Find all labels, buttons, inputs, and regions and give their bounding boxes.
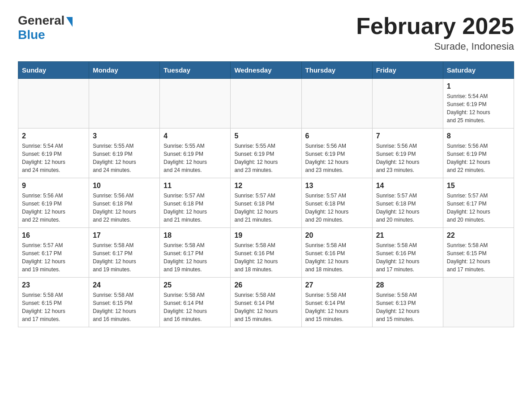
calendar-cell: 16Sunrise: 5:57 AM Sunset: 6:17 PM Dayli… (18, 228, 89, 278)
day-info: Sunrise: 5:58 AM Sunset: 6:15 PM Dayligh… (22, 291, 85, 323)
calendar-cell (301, 79, 372, 128)
calendar-header-thursday: Thursday (301, 62, 372, 79)
day-number: 13 (305, 182, 369, 190)
page-title: February 2025 (356, 13, 514, 39)
calendar-cell (443, 278, 514, 327)
calendar-cell: 4Sunrise: 5:55 AM Sunset: 6:19 PM Daylig… (160, 128, 231, 178)
day-info: Sunrise: 5:55 AM Sunset: 6:19 PM Dayligh… (93, 142, 156, 174)
day-number: 14 (376, 182, 439, 190)
day-info: Sunrise: 5:57 AM Sunset: 6:17 PM Dayligh… (22, 241, 85, 274)
day-info: Sunrise: 5:55 AM Sunset: 6:19 PM Dayligh… (163, 142, 227, 174)
calendar-cell: 12Sunrise: 5:57 AM Sunset: 6:18 PM Dayli… (231, 178, 301, 228)
day-info: Sunrise: 5:58 AM Sunset: 6:13 PM Dayligh… (376, 291, 439, 323)
day-info: Sunrise: 5:58 AM Sunset: 6:15 PM Dayligh… (447, 241, 510, 274)
calendar-header-friday: Friday (372, 62, 443, 79)
logo-blue-text: Blue (18, 28, 45, 42)
day-number: 25 (163, 281, 227, 289)
title-block: February 2025 Surade, Indonesia (356, 13, 514, 52)
day-info: Sunrise: 5:58 AM Sunset: 6:17 PM Dayligh… (93, 241, 156, 274)
day-info: Sunrise: 5:58 AM Sunset: 6:16 PM Dayligh… (305, 241, 369, 274)
calendar-cell (160, 79, 231, 128)
day-info: Sunrise: 5:57 AM Sunset: 6:17 PM Dayligh… (447, 192, 510, 224)
day-info: Sunrise: 5:57 AM Sunset: 6:18 PM Dayligh… (376, 192, 439, 224)
calendar-cell: 11Sunrise: 5:57 AM Sunset: 6:18 PM Dayli… (160, 178, 231, 228)
calendar-header-tuesday: Tuesday (160, 62, 231, 79)
day-number: 8 (447, 132, 510, 140)
day-number: 23 (22, 281, 85, 289)
day-number: 18 (163, 231, 227, 240)
calendar-week-row: 9Sunrise: 5:56 AM Sunset: 6:19 PM Daylig… (18, 178, 514, 228)
day-number: 26 (234, 281, 297, 289)
day-number: 21 (376, 231, 439, 240)
day-number: 6 (305, 132, 369, 140)
day-number: 12 (234, 182, 297, 190)
calendar-week-row: 1Sunrise: 5:54 AM Sunset: 6:19 PM Daylig… (18, 79, 514, 128)
calendar-cell: 8Sunrise: 5:56 AM Sunset: 6:19 PM Daylig… (443, 128, 514, 178)
calendar-table: SundayMondayTuesdayWednesdayThursdayFrid… (18, 61, 514, 327)
day-info: Sunrise: 5:55 AM Sunset: 6:19 PM Dayligh… (234, 142, 297, 174)
day-info: Sunrise: 5:58 AM Sunset: 6:15 PM Dayligh… (93, 291, 156, 323)
day-number: 2 (22, 132, 85, 140)
calendar-week-row: 16Sunrise: 5:57 AM Sunset: 6:17 PM Dayli… (18, 228, 514, 278)
calendar-cell: 26Sunrise: 5:58 AM Sunset: 6:14 PM Dayli… (231, 278, 301, 327)
calendar-cell: 28Sunrise: 5:58 AM Sunset: 6:13 PM Dayli… (372, 278, 443, 327)
logo: General Blue (18, 13, 73, 42)
calendar-cell: 18Sunrise: 5:58 AM Sunset: 6:17 PM Dayli… (160, 228, 231, 278)
day-info: Sunrise: 5:58 AM Sunset: 6:16 PM Dayligh… (234, 241, 297, 274)
calendar-cell: 1Sunrise: 5:54 AM Sunset: 6:19 PM Daylig… (443, 79, 514, 128)
day-info: Sunrise: 5:58 AM Sunset: 6:16 PM Dayligh… (376, 241, 439, 274)
calendar-week-row: 23Sunrise: 5:58 AM Sunset: 6:15 PM Dayli… (18, 278, 514, 327)
day-info: Sunrise: 5:56 AM Sunset: 6:19 PM Dayligh… (376, 142, 439, 174)
calendar-week-row: 2Sunrise: 5:54 AM Sunset: 6:19 PM Daylig… (18, 128, 514, 178)
calendar-cell (89, 79, 160, 128)
day-info: Sunrise: 5:54 AM Sunset: 6:19 PM Dayligh… (447, 92, 510, 124)
day-info: Sunrise: 5:56 AM Sunset: 6:19 PM Dayligh… (22, 192, 85, 224)
day-info: Sunrise: 5:58 AM Sunset: 6:14 PM Dayligh… (234, 291, 297, 323)
calendar-cell: 3Sunrise: 5:55 AM Sunset: 6:19 PM Daylig… (89, 128, 160, 178)
calendar-cell: 25Sunrise: 5:58 AM Sunset: 6:14 PM Dayli… (160, 278, 231, 327)
calendar-header-monday: Monday (89, 62, 160, 79)
day-number: 10 (93, 182, 156, 190)
calendar-cell: 20Sunrise: 5:58 AM Sunset: 6:16 PM Dayli… (301, 228, 372, 278)
day-number: 9 (22, 182, 85, 190)
logo-triangle-icon (66, 17, 73, 27)
day-info: Sunrise: 5:57 AM Sunset: 6:18 PM Dayligh… (305, 192, 369, 224)
calendar-cell: 6Sunrise: 5:56 AM Sunset: 6:19 PM Daylig… (301, 128, 372, 178)
calendar-header-row: SundayMondayTuesdayWednesdayThursdayFrid… (18, 62, 514, 79)
calendar-cell: 7Sunrise: 5:56 AM Sunset: 6:19 PM Daylig… (372, 128, 443, 178)
day-info: Sunrise: 5:58 AM Sunset: 6:17 PM Dayligh… (163, 241, 227, 274)
calendar-cell: 27Sunrise: 5:58 AM Sunset: 6:14 PM Dayli… (301, 278, 372, 327)
day-number: 3 (93, 132, 156, 140)
day-number: 27 (305, 281, 369, 289)
calendar-cell (231, 79, 301, 128)
calendar-cell: 13Sunrise: 5:57 AM Sunset: 6:18 PM Dayli… (301, 178, 372, 228)
day-info: Sunrise: 5:56 AM Sunset: 6:18 PM Dayligh… (93, 192, 156, 224)
calendar-cell: 23Sunrise: 5:58 AM Sunset: 6:15 PM Dayli… (18, 278, 89, 327)
day-number: 17 (93, 231, 156, 240)
day-info: Sunrise: 5:56 AM Sunset: 6:19 PM Dayligh… (447, 142, 510, 174)
calendar-cell: 17Sunrise: 5:58 AM Sunset: 6:17 PM Dayli… (89, 228, 160, 278)
day-info: Sunrise: 5:57 AM Sunset: 6:18 PM Dayligh… (163, 192, 227, 224)
calendar-cell: 24Sunrise: 5:58 AM Sunset: 6:15 PM Dayli… (89, 278, 160, 327)
day-number: 7 (376, 132, 439, 140)
day-number: 15 (447, 182, 510, 190)
day-number: 16 (22, 231, 85, 240)
calendar-header-sunday: Sunday (18, 62, 89, 79)
day-number: 20 (305, 231, 369, 240)
day-number: 24 (93, 281, 156, 289)
logo-general-text: General (18, 13, 64, 28)
calendar-cell: 22Sunrise: 5:58 AM Sunset: 6:15 PM Dayli… (443, 228, 514, 278)
calendar-cell: 2Sunrise: 5:54 AM Sunset: 6:19 PM Daylig… (18, 128, 89, 178)
page-header: General Blue February 2025 Surade, Indon… (18, 13, 514, 52)
day-info: Sunrise: 5:57 AM Sunset: 6:18 PM Dayligh… (234, 192, 297, 224)
calendar-header-saturday: Saturday (443, 62, 514, 79)
calendar-cell (18, 79, 89, 128)
day-number: 22 (447, 231, 510, 240)
day-number: 28 (376, 281, 439, 289)
calendar-cell: 14Sunrise: 5:57 AM Sunset: 6:18 PM Dayli… (372, 178, 443, 228)
day-info: Sunrise: 5:58 AM Sunset: 6:14 PM Dayligh… (163, 291, 227, 323)
calendar-cell: 5Sunrise: 5:55 AM Sunset: 6:19 PM Daylig… (231, 128, 301, 178)
location-subtitle: Surade, Indonesia (356, 41, 514, 52)
calendar-cell: 15Sunrise: 5:57 AM Sunset: 6:17 PM Dayli… (443, 178, 514, 228)
day-number: 1 (447, 82, 510, 90)
